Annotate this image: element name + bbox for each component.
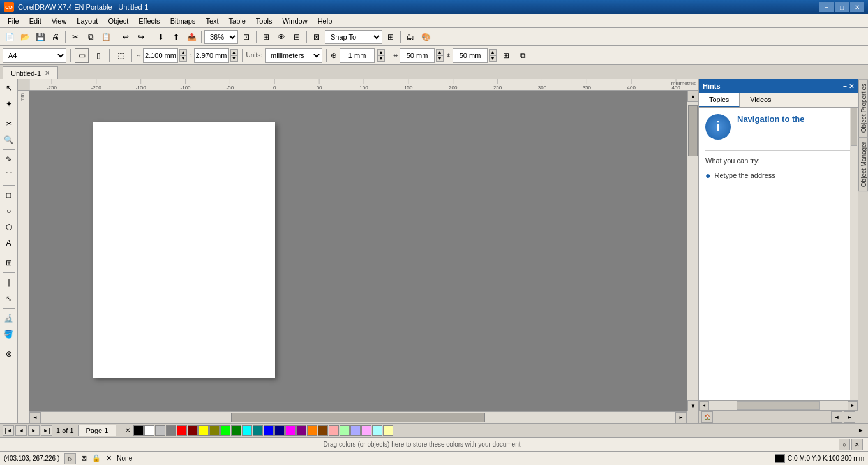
hints-hscroll[interactable]: ◄ ► (699, 400, 858, 410)
menu-edit[interactable]: Edit (24, 16, 47, 26)
object-properties-tab[interactable]: Object Properties (858, 79, 868, 137)
drag-hint-extra-1[interactable]: ○ (839, 439, 850, 450)
color-light-green[interactable] (340, 425, 350, 436)
copy-button[interactable]: ⧉ (84, 30, 98, 44)
nudge-up[interactable]: ▲ (377, 49, 385, 55)
color-btn[interactable]: 🎨 (419, 30, 433, 44)
color-cyan[interactable] (242, 425, 252, 436)
tool-smart[interactable]: ⌒ (1, 168, 17, 183)
menu-text[interactable]: Text (200, 16, 223, 26)
tool-select[interactable]: ↖ (1, 80, 17, 96)
hscroll-left-button[interactable]: ◄ (29, 412, 41, 424)
color-light-cyan[interactable] (372, 425, 382, 436)
grid-btn[interactable]: ⊞ (499, 48, 513, 63)
document-tab[interactable]: Untitled-1 ✕ (3, 66, 58, 79)
page-tab-1[interactable]: Page 1 (78, 425, 117, 436)
tool-node[interactable]: ✦ (1, 96, 17, 112)
vscroll-thumb[interactable] (688, 105, 698, 156)
x-down[interactable]: ▼ (436, 55, 444, 62)
portrait-button[interactable]: ▭ (75, 48, 89, 63)
hints-back-button[interactable]: ◄ (831, 411, 842, 423)
color-purple[interactable] (296, 425, 306, 436)
color-silver[interactable] (155, 425, 165, 436)
hints-home-button[interactable]: 🏠 (701, 411, 713, 423)
tool-table[interactable]: ⊞ (1, 255, 17, 270)
snap-extra[interactable]: ⊞ (384, 30, 398, 44)
color-light-pink[interactable] (361, 425, 371, 436)
menu-view[interactable]: View (47, 16, 72, 26)
width-down[interactable]: ▼ (179, 55, 187, 62)
tool-connector[interactable]: ⤡ (1, 291, 17, 306)
view-toggle-1[interactable]: ⊞ (259, 30, 273, 44)
color-yellow[interactable] (198, 425, 209, 436)
lock-icon[interactable]: 🔒 (92, 454, 101, 462)
units-dropdown[interactable]: millimeters (265, 48, 322, 63)
doc-tab-close[interactable]: ✕ (45, 70, 50, 77)
snap-options[interactable]: ⊠ (310, 30, 324, 44)
height-down[interactable]: ▼ (230, 55, 238, 62)
menu-effects[interactable]: Effects (133, 16, 165, 26)
menu-tools[interactable]: Tools (251, 16, 278, 26)
cross-icon[interactable]: ✕ (106, 454, 112, 462)
menu-layout[interactable]: Layout (71, 16, 103, 26)
vscrollbar[interactable]: ▲ ▼ (687, 91, 698, 411)
page-frame-button[interactable]: ⬚ (114, 48, 128, 63)
no-color-swatch[interactable]: ✕ (123, 427, 133, 434)
color-red[interactable] (177, 425, 187, 436)
object-manager-tab[interactable]: Object Manager (858, 137, 868, 191)
canvas-area[interactable]: ▲ ▼ ◄ ► (29, 91, 698, 423)
color-fuchsia[interactable] (285, 425, 296, 436)
hints-vscroll-thumb[interactable] (851, 108, 857, 146)
menu-object[interactable]: Object (103, 16, 133, 26)
y-spinner[interactable]: ▲ ▼ (489, 49, 497, 62)
maximize-button[interactable]: □ (835, 2, 849, 12)
save-button[interactable]: 💾 (33, 30, 47, 44)
cut-button[interactable]: ✂ (68, 30, 82, 44)
width-spinner[interactable]: ▲ ▼ (179, 49, 187, 62)
height-up[interactable]: ▲ (230, 49, 238, 55)
view-options-button[interactable]: 🗂 (403, 30, 417, 44)
nudge-value[interactable]: 1 mm (340, 48, 375, 63)
color-teal[interactable] (253, 425, 263, 436)
view-toggle-2[interactable]: 👁 (274, 30, 288, 44)
hscroll-right-button[interactable]: ► (675, 412, 687, 424)
color-light-yellow[interactable] (383, 425, 393, 436)
open-button[interactable]: 📂 (18, 30, 32, 44)
paste-button[interactable]: 📋 (99, 30, 113, 44)
color-blue[interactable] (264, 425, 274, 436)
hscroll-track[interactable] (41, 412, 675, 423)
hints-hscroll-thumb[interactable] (737, 401, 819, 410)
color-orange[interactable] (307, 425, 317, 436)
page-last-button[interactable]: ►| (41, 425, 52, 436)
hscroll-thumb[interactable] (231, 413, 485, 422)
close-button[interactable]: ✕ (850, 2, 864, 12)
color-light-red[interactable] (329, 425, 339, 436)
hints-hscroll-right[interactable]: ► (848, 401, 858, 410)
width-up[interactable]: ▲ (179, 49, 187, 55)
drawing-canvas[interactable] (93, 122, 275, 378)
export-button[interactable]: ⬆ (169, 30, 183, 44)
snap-to-dropdown[interactable]: Snap To (325, 30, 382, 44)
hints-minimize-button[interactable]: − (843, 83, 847, 90)
tool-fill[interactable]: 🪣 (1, 327, 17, 342)
print-button[interactable]: 🖨 (49, 30, 63, 44)
tool-smart-fill[interactable]: ⊛ (1, 346, 17, 362)
hints-vscroll[interactable] (850, 108, 858, 400)
y-down[interactable]: ▼ (489, 55, 497, 62)
page-indicator-button[interactable]: ▷ (64, 453, 76, 464)
page-prev-button[interactable]: ◄ (15, 425, 27, 436)
hints-hscroll-track[interactable] (709, 401, 848, 410)
menu-file[interactable]: File (3, 16, 24, 26)
page-width-value[interactable]: 2.100 mm (143, 48, 178, 63)
minimize-button[interactable]: − (819, 2, 834, 12)
undo-button[interactable]: ↩ (119, 30, 133, 44)
redo-button[interactable]: ↪ (134, 30, 148, 44)
page-next-button[interactable]: ► (28, 425, 40, 436)
page-height-value[interactable]: 2.970 mm (194, 48, 229, 63)
vscroll-up-button[interactable]: ▲ (687, 91, 698, 102)
duplicate-btn[interactable]: ⧉ (516, 48, 530, 63)
hints-forward-button[interactable]: ► (844, 411, 855, 423)
color-navy[interactable] (274, 425, 285, 436)
color-light-blue[interactable] (350, 425, 361, 436)
color-olive[interactable] (209, 425, 220, 436)
